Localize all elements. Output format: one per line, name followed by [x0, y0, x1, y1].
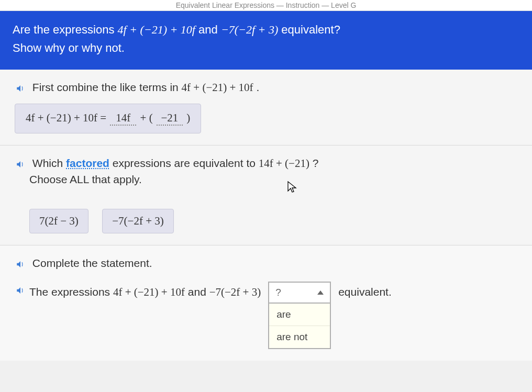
factored-link[interactable]: factored — [66, 157, 109, 169]
step1-prefix: First combine the like terms in — [32, 81, 182, 93]
header-expr1: 4f + (−21) + 10f — [118, 23, 195, 36]
step2-b: expressions are equivalent to — [113, 157, 259, 169]
audio-icon[interactable] — [15, 285, 26, 296]
breadcrumb: Equivalent Linear Expressions — Instruct… — [0, 0, 532, 11]
final-expr2: −7(−2f + 3) — [209, 286, 261, 298]
dropdown-options: are are not — [269, 304, 330, 348]
header-expr2: −7(−2f + 3) — [221, 23, 278, 36]
equation-left: 4f + (−21) + 10f = — [26, 111, 109, 124]
header-text: and — [198, 23, 221, 36]
equivalence-dropdown[interactable]: ? are are not — [268, 282, 331, 349]
step2-section: Which factored expressions are equivalen… — [0, 145, 532, 245]
option-2[interactable]: −7(−2f + 3) — [102, 209, 174, 233]
step1-section: First combine the like terms in 4f + (−2… — [0, 70, 532, 145]
options-row: 7(2f − 3) −7(−2f + 3) — [15, 209, 517, 233]
step2-c: ? — [313, 157, 319, 169]
dropdown-option-are-not[interactable]: are not — [269, 326, 330, 348]
step1-suffix: . — [256, 81, 259, 93]
audio-icon[interactable] — [15, 83, 26, 94]
step1-expr: 4f + (−21) + 10f — [182, 81, 253, 94]
final-statement: The expressions 4f + (−21) + 10f and −7(… — [15, 282, 517, 349]
audio-icon[interactable] — [15, 159, 26, 170]
cursor-icon — [287, 181, 297, 196]
step2-a: Which — [32, 157, 66, 169]
step1-equation-box: 4f + (−21) + 10f = 14f + ( −21 ) — [15, 104, 201, 133]
step3-prompt-text: Complete the statement. — [32, 257, 152, 269]
dropdown-placeholder: ? — [275, 287, 281, 298]
dropdown-selected[interactable]: ? — [269, 283, 330, 304]
step2-sub: Choose ALL that apply. — [15, 173, 517, 186]
question-header: Are the expressions 4f + (−21) + 10f and… — [0, 11, 532, 70]
header-text: equivalent? — [281, 23, 340, 36]
option-1[interactable]: 7(2f − 3) — [29, 209, 88, 233]
equation-plus: + ( — [140, 111, 156, 124]
dropdown-option-are[interactable]: are — [269, 304, 330, 326]
blank-2[interactable]: −21 — [157, 111, 183, 126]
step2-expr: 14f + (−21) — [259, 157, 309, 170]
step3-section: Complete the statement. The expressions … — [0, 245, 532, 361]
caret-up-icon — [317, 290, 324, 295]
header-text: Are the expressions — [13, 23, 118, 36]
step2-prompt: Which factored expressions are equivalen… — [15, 157, 517, 170]
final-expr1: 4f + (−21) + 10f — [113, 286, 185, 298]
final-end: equivalent. — [338, 282, 392, 298]
blank-1[interactable]: 14f — [110, 111, 136, 126]
final-mid: and — [188, 286, 209, 298]
equation-close: ) — [186, 111, 190, 124]
audio-icon[interactable] — [15, 259, 26, 270]
final-a: The expressions — [29, 286, 113, 298]
step1-prompt: First combine the like terms in 4f + (−2… — [15, 81, 517, 94]
header-line2: Show why or why not. — [13, 39, 519, 57]
step3-prompt: Complete the statement. — [15, 257, 517, 270]
